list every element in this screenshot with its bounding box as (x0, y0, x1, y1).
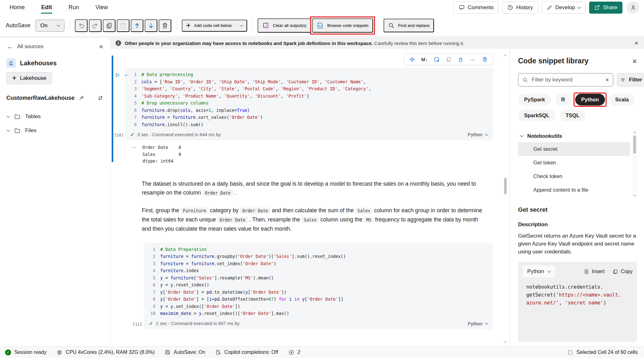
panel-close-icon[interactable]: × (632, 58, 637, 64)
scrollbar-thumb[interactable] (504, 178, 507, 194)
language-pill-r[interactable]: R (555, 94, 571, 105)
tree-item-files[interactable]: Files (0, 124, 110, 137)
code-line[interactable]: 7y['Order Date'] = pd.to_datetime(y['Ord… (144, 289, 493, 296)
snippet-item-get-secret[interactable]: Get secret (518, 142, 630, 156)
code-line[interactable]: 1# Data preprocessing (125, 71, 493, 78)
banner-close-icon[interactable]: × (634, 39, 638, 47)
scrollbar-thumb[interactable] (633, 136, 636, 153)
clear-all-outputs-button[interactable]: Clear all output(s) (258, 18, 311, 33)
share-button[interactable]: Share (589, 2, 622, 14)
code-line[interactable]: 2cols = ['Row ID', 'Order ID', 'Ship Dat… (125, 78, 493, 86)
code-line[interactable]: 10maximim_date = y.reset_index()['Order … (144, 310, 493, 317)
code-line[interactable]: 5y = furniture['Sales'].resample('MS').m… (144, 274, 493, 282)
snippet-code[interactable]: notebookutils.credentials.getSecret('htt… (522, 283, 633, 307)
copilot-icon[interactable] (409, 56, 415, 62)
collapse-pane-button[interactable]: « (99, 42, 103, 51)
language-pill-pyspark[interactable]: PySpark (518, 94, 551, 105)
output-more-icon[interactable]: ⋯ (132, 144, 137, 165)
account-avatar[interactable] (627, 2, 639, 13)
snippet-list: Notebookutils Get secretGet tokenCheck t… (518, 130, 637, 197)
scroll-up-icon[interactable] (504, 54, 507, 57)
move-cell-down-button[interactable] (145, 19, 157, 32)
scroll-down-icon[interactable] (504, 340, 507, 343)
success-check-icon: ✓ (149, 321, 153, 326)
add-code-cell-button[interactable]: + Add code cell below (182, 20, 247, 32)
paste-button[interactable] (117, 19, 129, 32)
scroll-up-icon[interactable] (633, 131, 636, 134)
copilot-status[interactable]: Copilot completions: Off (215, 349, 278, 355)
delete-cell-icon[interactable] (482, 56, 488, 62)
add-lakehouse-button[interactable]: + Lakehouse (6, 72, 52, 84)
switch-lakehouse-icon[interactable] (97, 95, 104, 101)
copy-snippet-button[interactable]: Copy (612, 269, 633, 275)
more-actions-icon[interactable]: … (470, 55, 476, 62)
menu-home[interactable]: Home (9, 2, 25, 13)
insert-snippet-button[interactable]: Insert (583, 269, 605, 275)
code-line[interactable]: 1# Data Preparation (144, 246, 493, 253)
code-line[interactable]: 4furniture.index (144, 267, 493, 274)
snippet-item-check-token[interactable]: Check token (518, 169, 630, 183)
menu-run[interactable]: Run (68, 2, 80, 13)
redo-button[interactable] (89, 19, 102, 32)
scroll-down-icon[interactable] (633, 194, 636, 196)
convert-to-markdown-icon[interactable]: M↓ (421, 57, 428, 62)
code-line[interactable]: 5# Drop unnecessary columns (125, 99, 493, 107)
code-line[interactable]: 6y = y.reset_index() (144, 281, 493, 289)
duplicate-cell-icon[interactable] (446, 56, 452, 62)
code-line[interactable]: 3furniture = furniture.set_index('Order … (144, 260, 493, 267)
menu-view[interactable]: View (95, 2, 108, 13)
tree-item-tables[interactable]: Tables (0, 110, 110, 124)
resource-usage[interactable]: CPU 4vCores (2.4%), RAM 32G (8.0%) (56, 349, 154, 355)
pin-icon[interactable] (78, 95, 84, 101)
code-editor[interactable]: 1# Data preprocessing2cols = ['Row ID', … (125, 68, 493, 140)
code-line[interactable]: 2furniture = furniture.groupby('Order Da… (144, 253, 493, 260)
move-cell-up-button[interactable] (131, 19, 143, 32)
notebook-scrollbar[interactable] (503, 54, 508, 342)
code-text: 'Sub-Category', 'Product Name', 'Quantit… (137, 93, 309, 100)
language-pill-scala[interactable]: Scala (609, 94, 635, 105)
snippet-group-header[interactable]: Notebookutils (518, 130, 630, 142)
comments-button[interactable]: Comments (454, 2, 499, 14)
cell-language-selector[interactable]: Python (468, 132, 488, 137)
code-line[interactable]: 6furniture.drop(cols, axis=1, inplace=Tr… (125, 107, 493, 114)
code-line[interactable]: 8y['Order Date'] = [i+pd.DateOffset(mont… (144, 296, 493, 303)
code-line[interactable]: 3'Segment', 'Country', 'City', 'State', … (125, 85, 493, 93)
code-line[interactable]: 9y = y.set_index(['Order Date']) (144, 303, 493, 310)
code-line[interactable]: 4'Sub-Category', 'Product Name', 'Quanti… (125, 93, 493, 100)
snippet-search-input[interactable] (531, 76, 602, 83)
lock-cell-icon[interactable] (458, 57, 463, 62)
code-editor[interactable]: 1# Data Preparation2furniture = furnitur… (144, 243, 493, 329)
inline-code-chip: Order Date (240, 208, 270, 214)
snippet-item-append-content-to-a-file[interactable]: Append content to a file (518, 183, 630, 197)
session-status[interactable]: ✓ Session ready (5, 349, 46, 355)
snippet-filter-button[interactable]: Filter (617, 73, 644, 86)
develop-button[interactable]: Develop (542, 2, 585, 14)
clear-cell-output-icon[interactable] (434, 56, 440, 62)
autosave-status[interactable]: AutoSave: On (165, 349, 205, 355)
language-pill-sparksql[interactable]: SparkSQL (518, 110, 555, 121)
snippet-item-get-token[interactable]: Get token (518, 156, 630, 169)
autosave-dropdown[interactable]: On (36, 20, 64, 32)
undo-button[interactable] (75, 19, 88, 32)
snippet-language-dropdown[interactable]: Python (522, 265, 555, 278)
delete-cell-button[interactable] (159, 19, 171, 32)
copy-button[interactable] (103, 19, 115, 32)
cell-language-selector[interactable]: Python (468, 321, 488, 326)
language-pill-python[interactable]: Python (575, 94, 605, 105)
snippet-list-scrollbar[interactable] (632, 130, 637, 197)
lakehouse-name[interactable]: CustomerRawLakehouse (6, 95, 75, 101)
language-pill-tsql[interactable]: TSQL (560, 110, 586, 121)
menu-edit[interactable]: Edit (41, 2, 53, 13)
clear-search-icon[interactable]: × (605, 76, 609, 84)
run-cell-button[interactable] (115, 72, 120, 78)
snippet-search-box[interactable]: × (518, 73, 613, 86)
filter-icon (620, 77, 626, 83)
error-circle-icon (288, 349, 294, 355)
code-line[interactable]: 8furniture.isnull().sum() (125, 121, 493, 128)
all-sources-back[interactable]: ← All sources (7, 43, 43, 50)
find-and-replace-button[interactable]: Find and replace (384, 19, 434, 32)
code-line[interactable]: 7furniture = furniture.sort_values('Orde… (125, 114, 493, 121)
history-button[interactable]: History (502, 2, 538, 14)
error-count[interactable]: 2 (288, 349, 300, 355)
browse-code-snippets-button[interactable]: Browse code snippets (312, 18, 373, 33)
